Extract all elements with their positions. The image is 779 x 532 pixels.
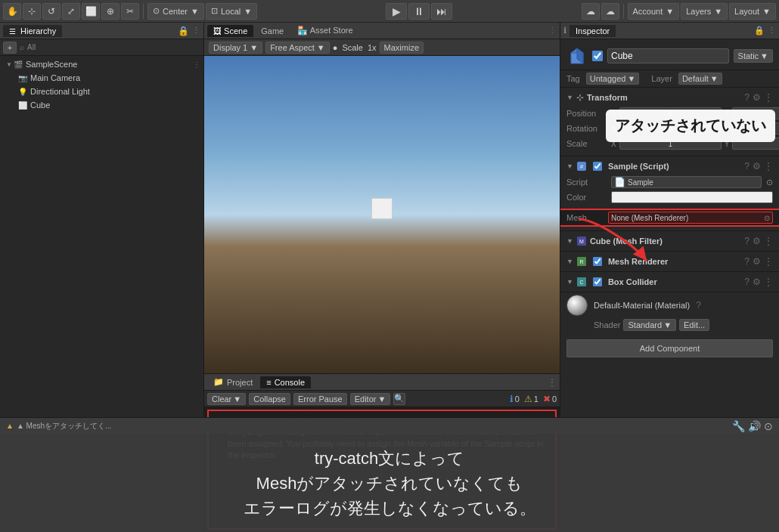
- script-actions: ? ⚙ ⋮: [744, 161, 773, 172]
- cloud-btn[interactable]: ☁: [601, 3, 619, 20]
- move-tool-btn[interactable]: ⊹: [23, 3, 41, 20]
- meshfilter-settings-icon[interactable]: ⚙: [753, 236, 761, 246]
- scene-options-icon[interactable]: ⋮: [193, 60, 200, 69]
- hierarchy-scene-item[interactable]: ▼ 🎬 SampleScene ⋮: [0, 57, 203, 71]
- maximize-btn[interactable]: Maximize: [380, 42, 424, 54]
- layer-dropdown[interactable]: Default ▼: [678, 73, 722, 85]
- script-help-icon[interactable]: ?: [744, 161, 750, 172]
- pos-y-input[interactable]: [732, 107, 779, 119]
- center-dropdown[interactable]: ⊙ Center ▼: [147, 3, 204, 20]
- aspect-dropdown[interactable]: Free Aspect ▼: [265, 42, 330, 54]
- transform-help-icon[interactable]: ?: [744, 92, 750, 103]
- meshrenderer-help-icon[interactable]: ?: [744, 256, 750, 267]
- inspector-lock-icon[interactable]: 🔒: [754, 26, 765, 36]
- meshrenderer-active-checkbox[interactable]: [593, 257, 602, 266]
- meshfilter-more-icon[interactable]: ⋮: [764, 236, 773, 246]
- tab-console[interactable]: ≡ Console: [260, 376, 311, 388]
- layout-dropdown[interactable]: Layout ▼: [729, 3, 776, 20]
- svg-text:C: C: [579, 280, 583, 285]
- play-button[interactable]: ▶: [386, 3, 407, 20]
- meshfilter-help-icon[interactable]: ?: [744, 236, 750, 246]
- camera-icon: 📷: [18, 74, 27, 82]
- pause-button[interactable]: ⏸: [408, 3, 430, 20]
- rect-tool-btn[interactable]: ⬜: [82, 3, 100, 20]
- tab-hierarchy[interactable]: ☰ Hierarchy: [3, 25, 62, 37]
- shader-edit-btn[interactable]: Edit...: [679, 319, 709, 331]
- script-more-icon[interactable]: ⋮: [764, 161, 773, 172]
- custom-tool-btn[interactable]: ✂: [121, 3, 139, 20]
- object-name-input[interactable]: [607, 48, 729, 63]
- scale-minus-icon[interactable]: ●: [333, 43, 338, 52]
- pos-x-input[interactable]: [619, 107, 722, 119]
- collider-help-icon[interactable]: ?: [744, 277, 750, 287]
- tab-asset-store[interactable]: 🏪 Asset Store: [291, 24, 358, 37]
- scale-y-input[interactable]: [732, 138, 779, 150]
- account-dropdown[interactable]: Account ▼: [628, 3, 680, 20]
- material-help-icon[interactable]: ?: [696, 300, 701, 311]
- static-dropdown[interactable]: Static ▼: [734, 49, 773, 63]
- console-toolbar: Clear ▼ Collapse Error Pause Editor ▼ 🔍 …: [204, 391, 560, 407]
- scale-x-input[interactable]: [619, 138, 722, 150]
- transform-more-icon[interactable]: ⋮: [764, 92, 773, 103]
- editor-dropdown[interactable]: Editor ▼: [350, 393, 391, 405]
- object-active-checkbox[interactable]: [592, 51, 603, 61]
- hierarchy-light-item[interactable]: 💡 Directional Light: [0, 85, 203, 98]
- console-more-icon[interactable]: ⋮: [548, 377, 557, 388]
- collapse-btn[interactable]: Collapse: [249, 393, 290, 405]
- transform-tool-btn[interactable]: ⊕: [101, 3, 119, 20]
- script-value[interactable]: 📄 Sample: [611, 176, 762, 188]
- lock-icon[interactable]: 🔒: [178, 26, 189, 36]
- rot-y-input[interactable]: [732, 122, 779, 135]
- console-search-btn[interactable]: 🔍: [393, 393, 405, 405]
- status-icon2[interactable]: 🔊: [748, 420, 761, 432]
- game-viewport[interactable]: [204, 56, 560, 373]
- mesh-filter-header[interactable]: ▼ M Cube (Mesh Filter) ? ⚙ ⋮: [560, 234, 779, 249]
- meshrenderer-more-icon[interactable]: ⋮: [764, 256, 773, 267]
- local-dropdown[interactable]: ⊡ Local ▼: [206, 3, 257, 20]
- hierarchy-camera-item[interactable]: 📷 Main Camera: [0, 71, 203, 85]
- collab-btn[interactable]: ☁: [582, 3, 600, 20]
- shader-dropdown[interactable]: Standard ▼: [623, 319, 676, 331]
- script-settings-icon[interactable]: ⚙: [753, 161, 761, 172]
- script-active-checkbox[interactable]: [593, 162, 602, 171]
- transform-settings-icon[interactable]: ⚙: [753, 92, 761, 103]
- console-counts: ℹ 0 ⚠ 1 ✖ 0: [510, 394, 557, 404]
- rot-x-input[interactable]: [619, 122, 722, 135]
- sep2: [623, 4, 624, 19]
- status-icon1[interactable]: 🔧: [732, 420, 745, 432]
- color-picker[interactable]: [611, 191, 773, 203]
- tab-scene[interactable]: 🖼 Scene: [207, 25, 253, 37]
- more-options-icon[interactable]: ⋮: [192, 26, 200, 36]
- script-header[interactable]: ▼ # Sample (Script) ? ⚙ ⋮: [560, 159, 779, 174]
- light-icon: 💡: [18, 88, 27, 96]
- scene-toolbar: Display 1 ▼ Free Aspect ▼ ● Scale 1x Max…: [204, 39, 560, 56]
- scale-tool-btn[interactable]: ⤢: [62, 3, 80, 20]
- mesh-value[interactable]: None (Mesh Renderer) ⊙: [608, 212, 773, 224]
- scene-more-icon[interactable]: ⋮: [548, 26, 557, 36]
- rotate-tool-btn[interactable]: ↺: [42, 3, 61, 20]
- box-collider-header[interactable]: ▼ C Box Collider ? ⚙ ⋮: [560, 274, 779, 289]
- tab-inspector[interactable]: Inspector: [570, 25, 616, 37]
- meshrenderer-settings-icon[interactable]: ⚙: [753, 256, 761, 267]
- add-component-btn[interactable]: Add Component: [566, 339, 773, 357]
- step-button[interactable]: ⏭: [431, 3, 452, 20]
- status-icon3[interactable]: ⊙: [764, 420, 773, 432]
- transform-header[interactable]: ▼ ⊹ Transform ? ⚙ ⋮: [560, 90, 779, 105]
- tag-dropdown[interactable]: Untagged ▼: [586, 73, 640, 85]
- collider-more-icon[interactable]: ⋮: [764, 277, 773, 287]
- script-target-icon[interactable]: ⊙: [766, 178, 773, 187]
- tab-game[interactable]: Game: [255, 25, 290, 37]
- hierarchy-cube-item[interactable]: ⬜ Cube: [0, 98, 203, 112]
- tab-project[interactable]: 📁 Project: [207, 376, 259, 388]
- error-pause-btn[interactable]: Error Pause: [293, 393, 347, 405]
- clear-btn[interactable]: Clear ▼: [207, 393, 246, 405]
- collider-settings-icon[interactable]: ⚙: [753, 277, 761, 287]
- display-dropdown[interactable]: Display 1 ▼: [209, 42, 262, 54]
- collider-active-checkbox[interactable]: [593, 277, 602, 286]
- mesh-target-icon[interactable]: ⊙: [764, 214, 770, 222]
- hand-tool-btn[interactable]: ✋: [3, 3, 21, 20]
- add-hierarchy-btn[interactable]: +: [3, 42, 17, 54]
- inspector-more-icon[interactable]: ⋮: [768, 26, 776, 36]
- layers-dropdown[interactable]: Layers ▼: [681, 3, 728, 20]
- mesh-renderer-header[interactable]: ▼ R Mesh Renderer ? ⚙ ⋮: [560, 254, 779, 269]
